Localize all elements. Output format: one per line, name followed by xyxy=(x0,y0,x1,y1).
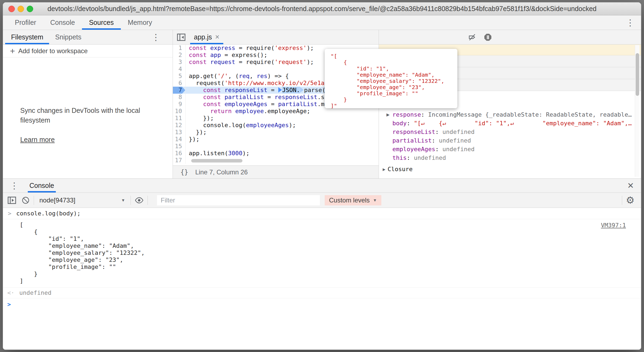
navigator-kebab-icon[interactable]: ⋮ xyxy=(150,33,162,42)
cursor-position: Line 7, Column 26 xyxy=(195,168,248,176)
line-number[interactable]: 14 xyxy=(173,136,185,143)
line-number[interactable]: 13 xyxy=(173,129,185,136)
line-number[interactable]: 3 xyxy=(173,59,185,66)
drawer-tab-bar: ⋮ Console ✕ xyxy=(3,179,641,193)
console-output-row[interactable]: [ { "id": "1", "employee_name": "Adam", … xyxy=(3,219,641,287)
variable-value: undefined xyxy=(442,128,474,136)
scope-variable-row[interactable]: responseList: undefined xyxy=(379,128,641,136)
colon: : xyxy=(421,110,428,119)
line-number[interactable]: 11 xyxy=(173,115,185,122)
console-command-text: console.log(body); xyxy=(16,210,80,217)
code-text[interactable]: }); xyxy=(185,129,379,136)
console-source-link[interactable]: VM397:1 xyxy=(601,222,626,229)
code-text[interactable]: console.log(employeeAges); xyxy=(185,122,379,129)
close-button[interactable] xyxy=(8,6,15,12)
pretty-print-icon[interactable]: {} xyxy=(180,168,188,176)
tab-memory[interactable]: Memory xyxy=(121,15,159,30)
add-folder-button[interactable]: + Add folder to workspace xyxy=(3,45,173,57)
sidebar-scrollbar-track[interactable] xyxy=(635,45,639,177)
tab-snippets[interactable]: Snippets xyxy=(49,30,87,44)
scope-variable-row[interactable]: employeeAges: undefined xyxy=(379,145,641,154)
tab-close-icon[interactable]: × xyxy=(215,33,220,41)
line-number[interactable]: 6 xyxy=(173,80,185,87)
line-number[interactable]: 12 xyxy=(173,122,185,129)
toolbar-divider xyxy=(148,196,148,205)
scope-variable-row[interactable]: this: undefined xyxy=(379,154,641,162)
hide-navigator-icon[interactable] xyxy=(177,33,186,42)
line-number[interactable]: 10 xyxy=(173,108,185,115)
line-number[interactable]: 15 xyxy=(173,143,185,150)
variable-name: response xyxy=(392,110,421,119)
variable-value: "[↵ {↵ "id": "1",↵ "employee_name": "Ada… xyxy=(414,119,632,128)
minimize-button[interactable] xyxy=(18,6,24,12)
sync-message: Sync changes in DevTools with the local … xyxy=(20,106,150,125)
line-number[interactable]: 1 xyxy=(173,45,185,52)
expand-triangle-icon[interactable]: ▶ xyxy=(386,110,392,119)
close-drawer-icon[interactable]: ✕ xyxy=(627,181,634,190)
tab-filesystem[interactable]: Filesystem xyxy=(5,30,49,44)
editor-status-bar: {} Line 7, Column 26 xyxy=(173,165,379,178)
navigator-pane: Filesystem Snippets ⋮ + Add folder to wo… xyxy=(3,30,173,178)
colon: : xyxy=(407,119,414,128)
code-line: 13 }); xyxy=(173,129,379,136)
learn-more-link[interactable]: Learn more xyxy=(20,136,55,144)
line-number[interactable]: 5 xyxy=(173,73,185,80)
tab-sources[interactable]: Sources xyxy=(82,15,121,30)
console-drawer: ⋮ Console ✕ node[94733] ▼ Custom lev xyxy=(3,178,641,350)
editor-tab-bar: app.js × xyxy=(173,30,379,45)
line-number[interactable]: 9 xyxy=(173,101,185,108)
horizontal-scrollbar-thumb[interactable] xyxy=(191,159,242,163)
filter-input[interactable] xyxy=(157,195,320,205)
context-label: node[94733] xyxy=(39,197,75,204)
tab-drawer-console[interactable]: Console xyxy=(28,179,56,192)
tab-profiler[interactable]: Profiler xyxy=(8,15,43,30)
colon: : xyxy=(432,136,439,145)
line-number[interactable]: 7 xyxy=(173,87,185,94)
scope-variable-row[interactable]: partialList: undefined xyxy=(379,136,641,145)
execution-context-selector[interactable]: node[94733] ▼ xyxy=(38,197,127,204)
code-text[interactable]: app.listen(3000); xyxy=(185,150,379,157)
pause-on-exceptions-icon[interactable] xyxy=(484,33,492,42)
log-levels-dropdown[interactable]: Custom levels ▼ xyxy=(325,195,381,205)
tab-console[interactable]: Console xyxy=(43,15,82,30)
sources-panel: Filesystem Snippets ⋮ + Add folder to wo… xyxy=(3,30,641,178)
scope-variable-row[interactable]: ▶response: IncomingMessage {_readableSta… xyxy=(379,110,641,119)
toolbar-divider xyxy=(622,196,622,205)
line-number[interactable]: 16 xyxy=(173,150,185,157)
navigator-empty-state: Sync changes in DevTools with the local … xyxy=(3,57,173,178)
log-levels-label: Custom levels xyxy=(329,197,370,204)
drawer-menu-kebab-icon[interactable]: ⋮ xyxy=(8,181,20,190)
prompt-chevron-icon: > xyxy=(7,301,11,308)
zoom-button[interactable] xyxy=(27,6,33,12)
code-text[interactable]: }); xyxy=(185,136,379,143)
deactivate-breakpoints-icon[interactable] xyxy=(468,33,477,42)
console-settings-gear-icon[interactable]: ⚙ xyxy=(626,195,635,205)
sidebar-scrollbar-thumb[interactable] xyxy=(636,53,639,96)
line-number[interactable]: 4 xyxy=(173,66,185,73)
scope-closure-header[interactable]: ▶ Closure xyxy=(379,165,641,174)
variable-name: this xyxy=(392,154,407,162)
navigator-tab-bar: Filesystem Snippets ⋮ xyxy=(3,30,173,45)
line-number[interactable]: 8 xyxy=(173,94,185,101)
console-prompt[interactable]: > xyxy=(3,298,641,308)
console-messages[interactable]: > console.log(body); [ { "id": "1", "emp… xyxy=(3,208,641,350)
code-text[interactable] xyxy=(185,143,379,150)
return-value-arrow-icon: <· xyxy=(7,289,15,296)
variable-value: undefined xyxy=(414,154,446,162)
code-text[interactable]: return employee.employeeAge; xyxy=(185,108,379,115)
debugger-toolbar xyxy=(379,30,641,45)
editor-tab-appjs[interactable]: app.js × xyxy=(190,30,223,44)
code-text[interactable]: }); xyxy=(185,115,379,122)
console-result-row: <· undefined xyxy=(3,287,641,298)
titlebar: devtools://devtools/bundled/js_app.html?… xyxy=(3,2,641,15)
line-number[interactable]: 2 xyxy=(173,52,185,59)
scope-variable-row[interactable]: body: "[↵ {↵ "id": "1",↵ "employee_name"… xyxy=(379,119,641,128)
console-command-row[interactable]: > console.log(body); xyxy=(3,208,641,219)
devtools-window: devtools://devtools/bundled/js_app.html?… xyxy=(3,2,641,350)
show-console-sidebar-icon[interactable] xyxy=(7,196,16,205)
main-menu-kebab-icon[interactable]: ⋮ xyxy=(624,18,636,27)
line-number[interactable]: 17 xyxy=(173,157,185,164)
expand-triangle-icon: ▶ xyxy=(383,165,385,174)
live-expression-eye-icon[interactable] xyxy=(135,197,144,204)
clear-console-icon[interactable] xyxy=(21,196,30,205)
